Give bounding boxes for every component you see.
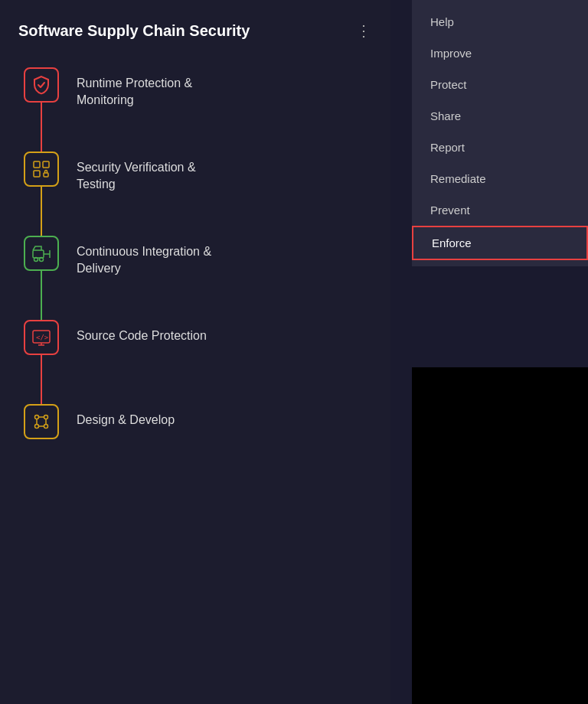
timeline-left-sourcecode: </>	[18, 320, 64, 404]
svg-text:</>: </>	[36, 334, 49, 341]
sourcecode-label: Source Code Protection	[77, 328, 372, 344]
timeline-left-security	[18, 152, 64, 236]
sourcecode-content: Source Code Protection	[64, 320, 372, 344]
cicd-icon	[24, 236, 59, 271]
svg-rect-3	[44, 173, 48, 177]
cicd-label: Continuous Integration &Delivery	[77, 243, 372, 278]
dropdown-panel: Help Improve Protect Share Report Remedi…	[412, 0, 588, 266]
security-content: Security Verification &Testing	[64, 152, 372, 194]
timeline-item-sourcecode: </> Source Code Protection	[18, 320, 372, 404]
black-area	[412, 367, 588, 704]
timeline-left-runtime	[18, 67, 64, 152]
svg-point-14	[44, 416, 48, 419]
design-label: Design & Develop	[77, 412, 372, 429]
svg-rect-2	[34, 171, 40, 177]
dropdown-item-improve[interactable]: Improve	[412, 37, 588, 69]
design-icon	[24, 404, 59, 439]
timeline-item-security: Security Verification &Testing	[18, 152, 372, 236]
cicd-content: Continuous Integration &Delivery	[64, 236, 372, 278]
dropdown-item-protect[interactable]: Protect	[412, 69, 588, 100]
svg-point-7	[34, 258, 38, 262]
svg-point-16	[44, 425, 48, 429]
svg-point-15	[35, 425, 39, 429]
dropdown-item-remediate[interactable]: Remediate	[412, 163, 588, 194]
design-content: Design & Develop	[64, 404, 372, 429]
runtime-content: Runtime Protection &Monitoring	[64, 67, 372, 109]
svg-rect-1	[43, 161, 49, 168]
line-sourcecode	[41, 355, 42, 404]
runtime-label: Runtime Protection &Monitoring	[77, 75, 372, 109]
svg-point-13	[35, 416, 39, 419]
timeline-item-runtime: Runtime Protection &Monitoring	[18, 67, 372, 152]
dots-menu-button[interactable]: ⋮	[356, 21, 372, 40]
dropdown-item-help[interactable]: Help	[412, 6, 588, 37]
security-verification-icon	[24, 152, 59, 187]
dropdown-item-enforce[interactable]: Enforce	[412, 226, 588, 260]
runtime-protection-icon	[24, 67, 59, 103]
timeline-item-cicd: Continuous Integration &Delivery	[18, 236, 372, 320]
timeline-left-cicd	[18, 236, 64, 320]
timeline: Runtime Protection &Monitoring	[18, 67, 372, 488]
app-title: Software Supply Chain Security	[18, 21, 250, 40]
sourcecode-icon: </>	[24, 320, 59, 355]
dropdown-item-share[interactable]: Share	[412, 100, 588, 132]
timeline-left-design	[18, 404, 64, 439]
svg-rect-0	[34, 161, 40, 168]
header-row: Software Supply Chain Security ⋮	[18, 21, 372, 40]
timeline-item-design: Design & Develop	[18, 404, 372, 488]
svg-rect-4	[33, 250, 44, 258]
line-runtime	[41, 103, 42, 152]
line-security	[41, 187, 42, 236]
svg-point-8	[40, 258, 44, 262]
dropdown-item-prevent[interactable]: Prevent	[412, 194, 588, 226]
main-panel: Software Supply Chain Security ⋮ Runtime…	[0, 0, 390, 704]
line-cicd	[41, 271, 42, 320]
security-label: Security Verification &Testing	[77, 159, 372, 194]
dropdown-item-report[interactable]: Report	[412, 132, 588, 163]
